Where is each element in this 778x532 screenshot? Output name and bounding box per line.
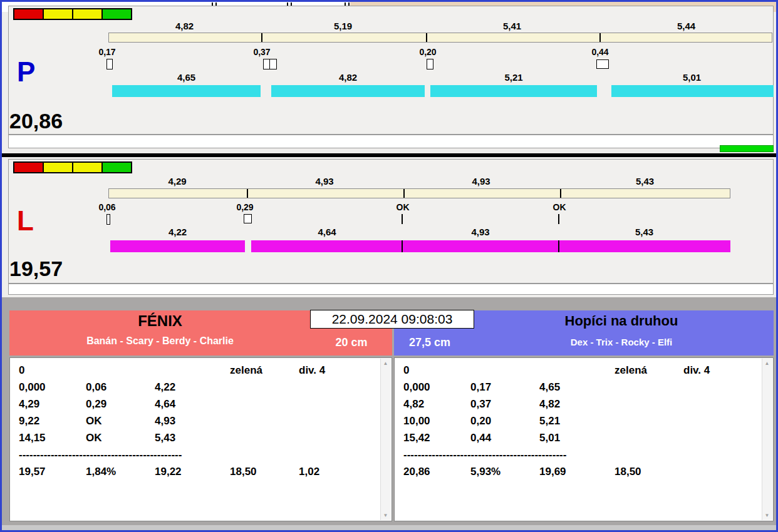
lane-p-gap-time: 0,37 bbox=[243, 47, 281, 57]
info-row: 0 zelená div. 4 bbox=[10, 362, 392, 379]
cell-empty bbox=[683, 429, 773, 446]
sensor-mark bbox=[269, 59, 277, 69]
cell: 0,44 bbox=[470, 429, 539, 446]
lane-p-segment-bar bbox=[430, 85, 597, 97]
cell-faults: 0 bbox=[403, 362, 470, 379]
lane-l-gap-time: 0,29 bbox=[226, 202, 264, 212]
result-row: 15,42 0,44 5,01 bbox=[395, 429, 773, 446]
cell-faults: 0 bbox=[19, 362, 86, 379]
sensor-mark bbox=[106, 214, 110, 225]
cell-empty bbox=[615, 379, 683, 396]
cell: 5,21 bbox=[539, 412, 615, 429]
cell: 0,20 bbox=[470, 412, 539, 429]
cell: 4,82 bbox=[403, 396, 470, 412]
cell: 19,22 bbox=[155, 463, 230, 480]
scroll-down-icon[interactable]: ▼ bbox=[381, 511, 390, 520]
cell-percent: 1,84% bbox=[86, 463, 155, 480]
lane-l-timeline-strip bbox=[8, 284, 774, 295]
light-yellow-icon bbox=[43, 161, 73, 173]
lane-p-label: P bbox=[17, 58, 35, 86]
result-row: 4,29 0,29 4,64 bbox=[10, 396, 392, 412]
cell: 0,29 bbox=[86, 396, 155, 412]
cell: 18,50 bbox=[230, 463, 299, 480]
info-row: 0 zelená div. 4 bbox=[395, 362, 773, 379]
lane-l-segment-bar bbox=[110, 240, 245, 252]
table-scrollbar[interactable]: ▲ ▼ bbox=[762, 359, 772, 520]
scroll-up-icon[interactable]: ▲ bbox=[762, 359, 772, 368]
sensor-mark bbox=[244, 214, 252, 223]
cell-empty bbox=[86, 362, 155, 379]
cell: 18,50 bbox=[615, 463, 683, 480]
cell-empty bbox=[299, 379, 392, 396]
cell: 5,43 bbox=[155, 429, 230, 446]
cell-empty bbox=[230, 412, 299, 429]
separator-row: ----------------------------------------… bbox=[10, 446, 392, 463]
cell: OK bbox=[86, 429, 155, 446]
cell-empty bbox=[470, 362, 539, 379]
lane-l-segment-time: 4,93 bbox=[403, 227, 558, 238]
split-tick bbox=[247, 189, 248, 198]
lane-p-segment-time: 4,82 bbox=[271, 72, 425, 83]
cell: 0,17 bbox=[470, 379, 539, 396]
cell-empty bbox=[539, 362, 615, 379]
cell-empty bbox=[230, 379, 299, 396]
light-green-icon bbox=[101, 161, 132, 173]
lane-p-split-time: 4,82 bbox=[108, 21, 261, 32]
lane-l-label: L bbox=[17, 207, 34, 235]
split-tick bbox=[403, 189, 405, 198]
datetime-display: 22.09.2024 09:08:03 bbox=[310, 310, 474, 329]
lane-p-split-time: 5,41 bbox=[425, 21, 599, 32]
lane-l-status-lights bbox=[13, 161, 131, 173]
split-tick bbox=[560, 189, 561, 198]
result-row: 0,000 0,06 4,22 bbox=[10, 379, 392, 396]
cell: 4,65 bbox=[539, 379, 615, 396]
cell-empty bbox=[299, 429, 392, 446]
lane-p-finish-indicator bbox=[720, 145, 774, 152]
result-row: 9,22 OK 4,93 bbox=[10, 412, 392, 429]
lane-p-segment-bar bbox=[112, 85, 261, 97]
cell: 4,22 bbox=[155, 379, 230, 396]
cell-total: 19,57 bbox=[19, 463, 86, 480]
scroll-down-icon[interactable]: ▼ bbox=[762, 511, 772, 520]
team-left-results-table: 0 zelená div. 4 0,000 0,06 4,22 4,29 0,2… bbox=[9, 357, 392, 521]
cell: 4,82 bbox=[539, 396, 615, 412]
table-scrollbar[interactable]: ▲ ▼ bbox=[380, 359, 391, 520]
cell: 4,93 bbox=[155, 412, 230, 429]
window-bottom-strip bbox=[1, 525, 778, 530]
lane-p-segment-time: 5,21 bbox=[430, 72, 597, 83]
separator-row: ----------------------------------------… bbox=[395, 446, 773, 463]
cell-card: zelená bbox=[230, 362, 299, 379]
lane-p-split-time: 5,19 bbox=[261, 21, 425, 32]
lane-l-gap-time: OK bbox=[384, 202, 422, 212]
cell: OK bbox=[86, 412, 155, 429]
split-tick bbox=[599, 33, 601, 42]
cell-percent: 5,93% bbox=[470, 463, 539, 480]
result-row: 14,15 OK 5,43 bbox=[10, 429, 392, 446]
cell-empty bbox=[299, 396, 392, 412]
cell: 1,02 bbox=[299, 463, 392, 480]
lane-p-segment-time: 4,65 bbox=[112, 72, 261, 83]
sensor-tick bbox=[402, 214, 403, 224]
result-row: 4,82 0,37 4,82 bbox=[395, 396, 773, 412]
light-red-icon bbox=[13, 8, 44, 20]
light-yellow-icon bbox=[72, 161, 103, 173]
lane-l-segment-time: 4,22 bbox=[110, 227, 245, 238]
separator-dashes: ----------------------------------------… bbox=[19, 446, 392, 463]
cell-empty bbox=[299, 412, 392, 429]
lane-p-gap-time: 0,17 bbox=[88, 47, 126, 57]
cell: 10,00 bbox=[403, 412, 470, 429]
totals-row: 19,57 1,84% 19,22 18,50 1,02 bbox=[10, 463, 392, 480]
lane-l-split-bar bbox=[108, 188, 730, 198]
timing-app-window: P 4,82 5,19 5,41 5,44 0,17 0,37 0,20 0,4… bbox=[0, 0, 778, 532]
cell-division: div. 4 bbox=[299, 362, 392, 379]
lane-l-split-time: 4,29 bbox=[108, 176, 246, 187]
scroll-up-icon[interactable]: ▲ bbox=[381, 359, 390, 368]
sensor-mark bbox=[596, 59, 609, 69]
light-yellow-icon bbox=[72, 8, 103, 20]
light-green-icon bbox=[101, 8, 132, 20]
cell: 19,69 bbox=[539, 463, 615, 480]
team-left-members: Banán - Scary - Berdy - Charlie bbox=[9, 335, 311, 347]
cell-empty bbox=[230, 429, 299, 446]
cell-empty bbox=[683, 379, 773, 396]
cell-empty bbox=[683, 412, 773, 429]
